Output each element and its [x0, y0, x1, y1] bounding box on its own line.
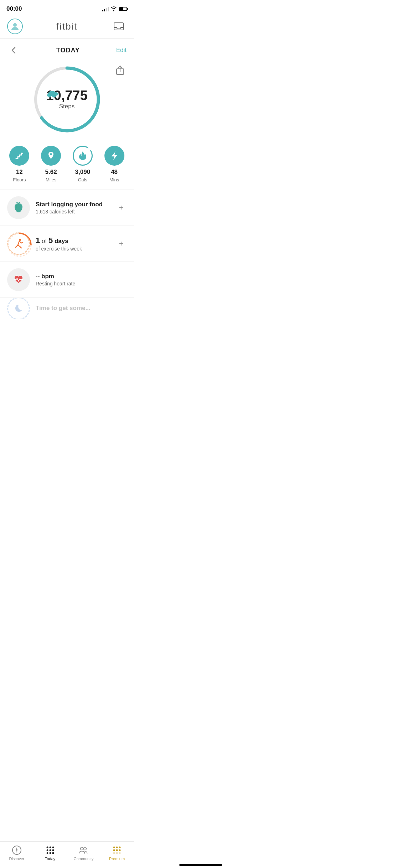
mins-icon-circle[interactable] — [104, 146, 124, 166]
heart-info: -- bpm Resting heart rate — [36, 273, 127, 286]
heart-title: -- bpm — [36, 273, 127, 280]
heart-rate-icon — [12, 273, 25, 286]
exercise-add-button[interactable]: + — [116, 238, 127, 249]
heart-icon-wrap — [7, 268, 30, 291]
food-subtitle: 1,618 calories left — [36, 209, 110, 215]
miles-value: 5.62 — [45, 169, 57, 176]
share-icon — [115, 65, 125, 75]
nav-header: TODAY Edit — [0, 39, 134, 60]
exercise-arc — [7, 232, 32, 257]
miles-unit: Miles — [46, 177, 56, 182]
steps-label: Steps — [59, 103, 74, 110]
heart-subtitle: Resting heart rate — [36, 281, 127, 286]
back-arrow-icon — [11, 47, 16, 54]
mins-value: 48 — [111, 169, 118, 176]
food-info: Start logging your food 1,618 calories l… — [36, 201, 110, 215]
edit-button[interactable]: Edit — [116, 47, 127, 54]
svg-point-6 — [50, 153, 52, 155]
app-title: fitbit — [56, 21, 78, 32]
svg-point-7 — [16, 205, 17, 208]
steps-section: 10,775 Steps — [0, 60, 134, 142]
exercise-title: 1 of 5 days — [36, 236, 110, 245]
bolt-icon — [110, 151, 118, 161]
exercise-icon-wrap — [7, 232, 30, 255]
battery-icon — [119, 7, 127, 11]
avatar-icon — [10, 21, 20, 32]
wifi-icon — [110, 6, 117, 11]
stat-floors[interactable]: 12 Floors — [4, 146, 35, 182]
exercise-card[interactable]: 1 of 5 days of exercise this week + — [0, 226, 134, 262]
sleep-card[interactable]: Time to get some... — [0, 298, 134, 319]
sleep-icon — [12, 303, 25, 315]
cals-icon-circle[interactable] — [73, 146, 93, 166]
shoe-icon — [46, 89, 59, 99]
heart-card[interactable]: -- bpm Resting heart rate — [0, 262, 134, 298]
apple-icon — [12, 200, 25, 215]
status-bar: 00:00 — [0, 0, 134, 16]
status-icons — [102, 6, 127, 11]
stats-row: 12 Floors 5.62 Miles 3,09 — [0, 142, 134, 190]
mins-unit: Mins — [109, 177, 119, 182]
share-button[interactable] — [114, 64, 127, 77]
inbox-icon — [114, 22, 124, 31]
stat-cals[interactable]: 3,090 Cals — [67, 146, 99, 182]
stairs-icon — [14, 151, 24, 161]
flame-icon — [78, 151, 87, 161]
cals-value: 3,090 — [75, 169, 91, 176]
food-card[interactable]: Start logging your food 1,618 calories l… — [0, 190, 134, 226]
svg-point-0 — [13, 23, 17, 27]
app-header: fitbit — [0, 16, 134, 39]
food-add-button[interactable]: + — [116, 202, 127, 213]
sleep-title: Time to get some... — [36, 305, 127, 312]
signal-icon — [102, 6, 109, 11]
food-icon-wrap — [7, 196, 30, 219]
exercise-info: 1 of 5 days of exercise this week — [36, 236, 110, 252]
food-title: Start logging your food — [36, 201, 110, 208]
back-button[interactable] — [7, 44, 20, 57]
sleep-icon-wrap — [7, 298, 30, 319]
steps-circle[interactable]: 10,775 Steps — [31, 64, 103, 135]
location-icon — [46, 151, 56, 161]
svg-point-4 — [48, 96, 51, 98]
floors-value: 12 — [16, 169, 23, 176]
activity-list: Start logging your food 1,618 calories l… — [0, 190, 134, 319]
miles-icon-circle[interactable] — [41, 146, 61, 166]
stat-mins[interactable]: 48 Mins — [98, 146, 130, 182]
stat-miles[interactable]: 5.62 Miles — [35, 146, 67, 182]
status-time: 00:00 — [6, 5, 22, 12]
floors-unit: Floors — [13, 177, 26, 182]
inbox-button[interactable] — [111, 19, 127, 34]
svg-point-5 — [52, 96, 56, 98]
nav-title: TODAY — [56, 47, 80, 54]
cals-unit: Cals — [78, 177, 87, 182]
floors-icon-circle[interactable] — [9, 146, 29, 166]
avatar-button[interactable] — [7, 19, 23, 34]
sleep-info: Time to get some... — [36, 305, 127, 312]
exercise-subtitle: of exercise this week — [36, 246, 110, 252]
